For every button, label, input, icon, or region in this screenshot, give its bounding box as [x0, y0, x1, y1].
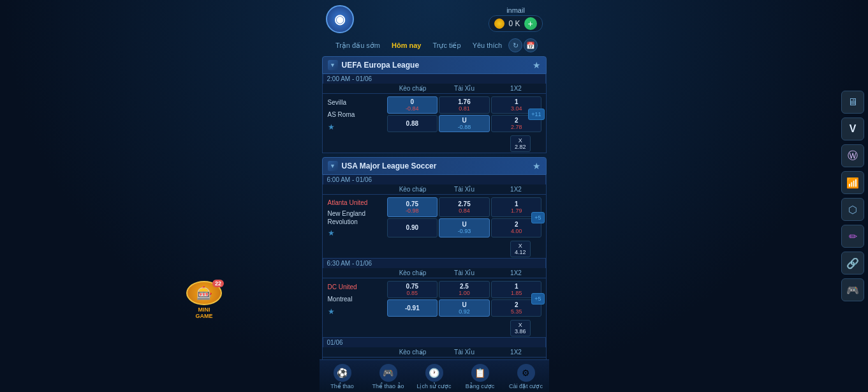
- keo-chap-header-m2: Kèo chấp: [387, 269, 439, 276]
- league-header-left: ▼ UEFA Europa League: [328, 60, 420, 70]
- cai-dat-cuoc-icon: ⚙: [517, 364, 535, 382]
- w-btn[interactable]: Ⓦ: [841, 144, 864, 167]
- match-row-atlanta: Atlanta United New England Revolution ★ …: [323, 195, 546, 240]
- tab-hom-nay[interactable]: Hôm nay: [386, 39, 426, 52]
- odd-xiu1-dcunited[interactable]: U 0.92: [439, 299, 490, 317]
- more-btn-sevilla[interactable]: +11: [528, 109, 544, 120]
- league-section-mls: ▼ USA Major League Soccer ★ 6:00 AM - 01…: [322, 157, 547, 392]
- match-time-atlanta: 6:00 AM - 01/06: [323, 175, 546, 185]
- bang-cuoc-label: Bảng cược: [466, 383, 495, 389]
- odd-keo2-sevilla[interactable]: 0.88: [387, 115, 438, 132]
- odds-grid-atlanta: 0.75 -0.98 2.75 0.84 1 1.79 0.90: [386, 196, 543, 239]
- tai-xiu-header-m1: Tài Xỉu: [439, 186, 490, 193]
- odd-sub: 0.81: [459, 105, 470, 112]
- inmail-balance: 0 K +: [489, 15, 542, 32]
- odd-xiu1-sevilla[interactable]: U -0.88: [439, 115, 490, 132]
- odds-grid-sevilla: 0 -0.84 1.76 0.81 1 3.04 0.88: [386, 95, 543, 133]
- tab-tran-dau-som[interactable]: Trận đấu sớm: [330, 39, 385, 52]
- refresh-icon[interactable]: ↻: [508, 38, 522, 52]
- x-odd-row-sevilla: X 2.82: [323, 135, 546, 153]
- odds-header-atlanta: Kèo chấp Tài Xỉu 1X2: [323, 185, 546, 195]
- odd-sub: -0.88: [458, 124, 471, 130]
- odd-x-cell-dcunited[interactable]: X 3.86: [510, 320, 531, 336]
- keo-chap-header-m3: Kèo chấp: [387, 349, 439, 356]
- onex2-header-m2: 1X2: [490, 269, 542, 276]
- match-time-dcunited: 6:30 AM - 01/06: [323, 259, 546, 268]
- match-atlanta-ner: 6:00 AM - 01/06 Kèo chấp Tài Xỉu 1X2 Atl…: [322, 175, 547, 259]
- match-row-dcunited: DC United Montreal ★ 0.75 0.85 2.5 1.00: [323, 278, 546, 319]
- coin-icon: [494, 19, 504, 29]
- the-thao-ao-icon: 🎮: [379, 364, 397, 382]
- team1-sevilla: Sevilla: [328, 97, 385, 108]
- pen-btn[interactable]: ✏: [841, 225, 864, 248]
- odds-header-dcunited: Kèo chấp Tài Xỉu 1X2: [323, 268, 546, 278]
- odd-main: 0: [411, 98, 415, 105]
- league-header-uefa[interactable]: ▼ UEFA Europa League ★: [322, 56, 547, 74]
- league-header-left-mls: ▼ USA Major League Soccer: [328, 161, 437, 171]
- match-time-sevilla: 2:00 AM - 01/06: [323, 74, 546, 84]
- team2-montreal: Montreal: [328, 294, 385, 305]
- league-header-mls[interactable]: ▼ USA Major League Soccer ★: [322, 157, 547, 175]
- v-btn[interactable]: V: [841, 117, 864, 140]
- x-label: X: [519, 137, 522, 144]
- team1-dcunited: DC United: [328, 282, 385, 292]
- odd-tai1-atlanta[interactable]: 2.75 0.84: [439, 197, 490, 217]
- right-toolbar: 🖥 V Ⓦ 📶 ⬡ ✏ 🔗 🎮: [837, 86, 868, 306]
- nav-lich-su-cuoc[interactable]: 🕐 Lịch sử cược: [416, 364, 452, 389]
- odd-keo1-sevilla[interactable]: 0 -0.84: [387, 96, 438, 114]
- odd-keo1-dcunited[interactable]: 0.75 0.85: [387, 281, 438, 298]
- league-fav-star-mls[interactable]: ★: [533, 161, 541, 171]
- odd-x-cell-sevilla[interactable]: X 2.82: [510, 135, 531, 152]
- odd-tai1-dcunited[interactable]: 2.5 1.00: [439, 281, 490, 298]
- link-btn[interactable]: 🔗: [841, 252, 864, 275]
- tab-yeu-thich[interactable]: Yêu thích: [467, 39, 507, 52]
- teams-col-atlanta: Atlanta United New England Revolution ★: [325, 196, 386, 239]
- box-btn[interactable]: ⬡: [841, 198, 864, 221]
- onex2-header-m1: 1X2: [490, 186, 542, 193]
- odd-tai1-sevilla[interactable]: 1.76 0.81: [439, 96, 490, 114]
- nav-the-thao[interactable]: ⚽ Thể thao: [325, 364, 360, 389]
- monitor-btn[interactable]: 🖥: [841, 91, 864, 114]
- odds-header-columbus: Kèo chấp Tài Xỉu 1X2: [323, 347, 546, 358]
- content-scroll[interactable]: ▼ UEFA Europa League ★ 2:00 AM - 01/06 K…: [320, 55, 549, 392]
- teams-col-dcunited: DC United Montreal ★: [325, 280, 386, 318]
- odd-main: 0.88: [406, 120, 418, 127]
- collapse-btn-uefa[interactable]: ▼: [328, 60, 338, 70]
- calendar-icon[interactable]: 📅: [524, 38, 538, 52]
- fav-star-dcunited[interactable]: ★: [328, 307, 385, 316]
- collapse-btn-mls[interactable]: ▼: [328, 161, 338, 171]
- more-btn-atlanta[interactable]: +5: [531, 212, 544, 223]
- match-sevilla-asroma: 2:00 AM - 01/06 Kèo chấp Tài Xỉu 1X2 Sev…: [322, 74, 547, 153]
- nav-the-thao-ao[interactable]: 🎮 Thể thao ảo: [371, 364, 406, 389]
- odd-x-cell-atlanta[interactable]: X 4.12: [510, 241, 531, 257]
- onex2-header-m3: 1X2: [490, 349, 542, 356]
- odd-sub: -0.84: [406, 105, 419, 112]
- minigame-badge[interactable]: 22 🎰 MINIGAME: [182, 281, 226, 319]
- odd-main: 1: [515, 98, 519, 105]
- nav-cai-dat-cuoc[interactable]: ⚙ Cài đặt cược: [508, 364, 543, 389]
- match-row-sevilla: Sevilla AS Roma ★ 0 -0.84 1.76 0.81: [323, 94, 546, 135]
- keo-chap-header-m1: Kèo chấp: [387, 186, 439, 193]
- fav-star-atlanta[interactable]: ★: [328, 229, 385, 237]
- game-btn[interactable]: 🎮: [841, 278, 864, 301]
- match-time-columbus: 01/06: [323, 338, 546, 347]
- odd-xiu1-atlanta[interactable]: U -0.93: [439, 218, 490, 238]
- team1-atlanta: Atlanta United: [328, 197, 385, 208]
- inmail-section: inmail 0 K +: [489, 6, 542, 32]
- nav-tabs: Trận đấu sớm Hôm nay Trực tiếp Yêu thích…: [320, 38, 549, 52]
- more-btn-dcunited[interactable]: +5: [531, 293, 544, 305]
- balance-amount: 0 K: [508, 19, 520, 28]
- odd-keo1-atlanta[interactable]: 0.75 -0.98: [387, 197, 438, 217]
- nav-bang-cuoc[interactable]: 📋 Bảng cược: [462, 364, 497, 389]
- tab-truc-tiep[interactable]: Trực tiếp: [427, 39, 466, 52]
- odd-keo2-dcunited[interactable]: -0.91: [387, 299, 438, 317]
- the-thao-icon: ⚽: [334, 364, 351, 382]
- bang-cuoc-icon: 📋: [471, 364, 489, 382]
- add-balance-button[interactable]: +: [524, 17, 537, 30]
- odd-keo2-atlanta[interactable]: 0.90: [387, 218, 438, 238]
- wifi-btn[interactable]: 📶: [841, 171, 864, 194]
- tai-xiu-header-m3: Tài Xỉu: [439, 349, 490, 356]
- league-fav-star-uefa[interactable]: ★: [533, 60, 541, 70]
- minigame-label: MINIGAME: [196, 306, 213, 319]
- fav-star-sevilla[interactable]: ★: [328, 123, 385, 132]
